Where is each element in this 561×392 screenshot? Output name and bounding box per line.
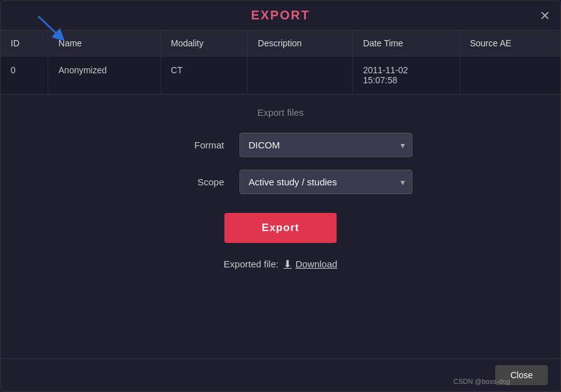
study-table-container: ID Name Modality Description Date Time S… <box>1 31 560 95</box>
format-label: Format <box>149 140 224 150</box>
col-header-description: Description <box>248 31 353 56</box>
cell-name: Anonymized <box>48 56 160 95</box>
cell-description <box>248 56 353 95</box>
close-icon[interactable]: ✕ <box>540 9 550 22</box>
scope-select[interactable]: Active study / studies All studies <box>239 170 412 194</box>
export-modal: EXPORT ✕ ID Name Modality Description Da… <box>0 0 561 392</box>
modal-title: EXPORT <box>251 8 310 23</box>
scope-select-wrapper: Active study / studies All studies ▾ <box>239 170 412 194</box>
download-label: Download <box>295 259 337 269</box>
scope-row: Scope Active study / studies All studies… <box>149 170 412 194</box>
exported-file-label: Exported file: <box>224 259 279 269</box>
cell-id: 0 <box>1 56 48 95</box>
watermark: CSDN @boss-dog <box>453 378 510 385</box>
table-row: 0 Anonymized CT 2011-11-0215:07:58 <box>1 56 560 95</box>
annotation-arrow <box>32 13 70 44</box>
svg-line-0 <box>38 16 60 37</box>
export-button[interactable]: Export <box>224 213 337 243</box>
export-body: Export files Format DICOM NIFTI PNG ▾ Sc… <box>1 95 560 358</box>
scope-label: Scope <box>149 177 224 187</box>
format-select[interactable]: DICOM NIFTI PNG <box>239 133 412 157</box>
cell-source-ae <box>459 56 560 95</box>
cell-modality: CT <box>160 56 248 95</box>
format-row: Format DICOM NIFTI PNG ▾ <box>149 133 412 157</box>
exported-file-row: Exported file: ⬇ Download <box>224 258 337 270</box>
cell-datetime: 2011-11-0215:07:58 <box>353 56 459 95</box>
table-body: 0 Anonymized CT 2011-11-0215:07:58 <box>1 56 560 95</box>
download-icon: ⬇ <box>283 258 291 270</box>
section-title: Export files <box>257 107 303 118</box>
format-select-wrapper: DICOM NIFTI PNG ▾ <box>239 133 412 157</box>
col-header-datetime: Date Time <box>353 31 459 56</box>
col-header-modality: Modality <box>160 31 248 56</box>
modal-header: EXPORT ✕ <box>1 1 560 31</box>
download-button[interactable]: ⬇ Download <box>283 258 337 270</box>
modal-footer: Close <box>1 358 560 391</box>
study-table: ID Name Modality Description Date Time S… <box>1 31 560 94</box>
table-header: ID Name Modality Description Date Time S… <box>1 31 560 56</box>
col-header-source-ae: Source AE <box>459 31 560 56</box>
